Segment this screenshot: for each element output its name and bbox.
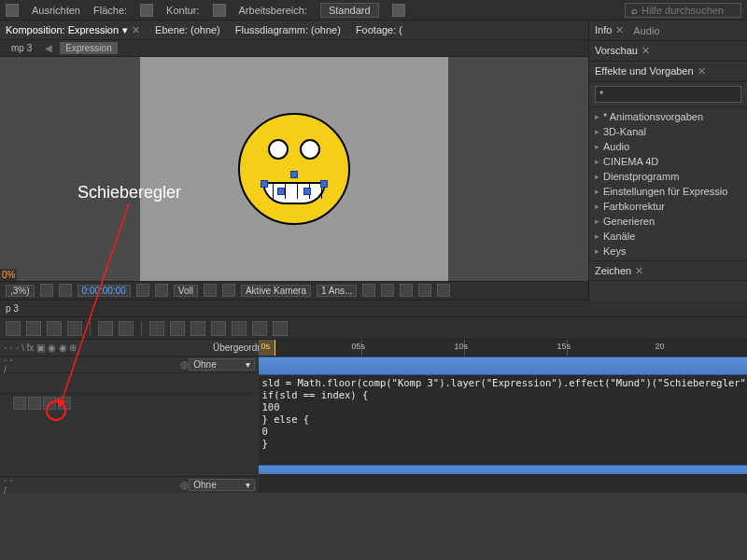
timecode-field[interactable]: 0:00:00:00 (78, 285, 131, 297)
tool-icon[interactable] (252, 321, 267, 336)
draw-header: Zeichen✕ (589, 260, 747, 281)
preset-item[interactable]: ▸Audio (589, 139, 747, 154)
grid-icon[interactable] (40, 284, 53, 297)
help-search[interactable]: ⌕ (625, 3, 741, 18)
close-icon[interactable]: ✕ (641, 45, 650, 56)
tool-icon[interactable] (190, 321, 205, 336)
stroke-swatch[interactable] (213, 4, 226, 17)
help-search-input[interactable] (641, 5, 735, 16)
snapshot-icon[interactable] (136, 284, 149, 297)
tool-icon[interactable] (26, 321, 41, 336)
tool-icon[interactable] (273, 321, 288, 336)
fill-label: Fläche: (93, 5, 127, 16)
tab-zeichen[interactable]: Zeichen✕ (595, 265, 643, 277)
workspace-select[interactable]: Standard (320, 3, 379, 18)
composition-viewport[interactable]: 0% (0, 57, 588, 281)
transparency-icon[interactable] (222, 284, 235, 297)
breadcrumb-expression[interactable]: Expression (60, 42, 117, 54)
tab-ebene[interactable]: Ebene: (ohne) (155, 24, 220, 35)
channels-icon[interactable] (155, 284, 168, 297)
tab-info[interactable]: Info✕ (595, 24, 624, 36)
tab-effects[interactable]: Effekte und Vorgaben✕ (595, 65, 706, 77)
preset-item[interactable]: ▸CINEMA 4D (589, 154, 747, 169)
close-icon[interactable]: ✕ (132, 24, 140, 36)
effects-search-input[interactable] (595, 86, 741, 103)
time-ruler[interactable]: 0s 05s 10s 15s 20 (259, 340, 747, 357)
mouth-layer[interactable] (262, 182, 326, 204)
timeline-tracks[interactable]: 0s 05s 10s 15s 20 sld = Math.floor(comp(… (259, 340, 747, 493)
composition-breadcrumb: mp 3 ◀ Expression (0, 40, 588, 56)
workspace-icon[interactable] (392, 4, 405, 17)
timeline-columns-header: ◦ ◦ ◦ \ fx ▣ ◉ ◉ ⊕ Übergeordnet (0, 340, 259, 357)
tool-icon[interactable] (211, 321, 226, 336)
handle-icon[interactable] (320, 180, 328, 188)
parent-select[interactable]: Ohne▾ (189, 479, 254, 491)
tab-composition[interactable]: Komposition: Expression▾✕ (6, 24, 140, 36)
close-icon[interactable]: ✕ (615, 24, 624, 35)
breadcrumb-komp3[interactable]: mp 3 (6, 42, 37, 54)
handle-icon[interactable] (290, 171, 298, 178)
info-audio-header: Info✕ Audio (589, 21, 747, 41)
fill-swatch[interactable] (140, 4, 153, 17)
canvas[interactable] (140, 57, 448, 281)
composition-tabs: Komposition: Expression▾✕ Ebene: (ohne) … (0, 21, 588, 40)
effects-header: Effekte und Vorgaben✕ (589, 62, 747, 82)
expression-toggle-icon[interactable] (13, 397, 26, 410)
close-icon[interactable]: ✕ (635, 265, 643, 276)
playhead[interactable]: 0s (259, 340, 275, 356)
handle-icon[interactable] (277, 188, 285, 195)
preset-item[interactable]: ▸Generieren (589, 214, 747, 229)
tool-icon[interactable] (170, 321, 185, 336)
handle-icon[interactable] (261, 180, 268, 188)
pickwhip-icon[interactable]: ◎ (180, 480, 189, 490)
layer-row[interactable]: ◦ ◦ / ◎ Ohne▾ (0, 476, 259, 493)
timeline-icon[interactable] (400, 284, 413, 297)
close-icon[interactable]: ✕ (698, 65, 706, 77)
tool-icon[interactable] (67, 321, 82, 336)
layer-track-bar[interactable] (259, 465, 747, 474)
flowchart-icon[interactable] (418, 284, 431, 297)
tab-preview[interactable]: Vorschau✕ (595, 45, 650, 57)
guides-icon[interactable] (59, 284, 72, 297)
layer-track-bar[interactable] (259, 357, 747, 375)
timeline-tabs: p 3 (0, 301, 747, 317)
tool-icon[interactable] (149, 321, 164, 336)
layer-row[interactable]: ◦ ◦ / ◎ Ohne▾ (0, 357, 259, 373)
refresh-icon[interactable] (437, 284, 450, 297)
preset-item[interactable]: ▸3D-Kanal (589, 124, 747, 139)
dropdown-icon[interactable]: ▾ (122, 24, 128, 36)
tool-icon[interactable] (119, 321, 134, 336)
pixel-aspect-icon[interactable] (362, 284, 375, 297)
tab-audio[interactable]: Audio (633, 25, 659, 36)
tab-flussdiagramm[interactable]: Flussdiagramm: (ohne) (235, 24, 341, 35)
graph-icon[interactable] (28, 397, 41, 410)
tool-icon[interactable] (98, 321, 113, 336)
effects-search-row (589, 82, 747, 107)
tool-icon[interactable] (232, 321, 247, 336)
preset-item[interactable]: ▸Einstellungen für Expressio (589, 184, 747, 199)
tool-icon[interactable] (6, 321, 21, 336)
resolution-select[interactable]: Voll (174, 285, 198, 297)
preset-item[interactable]: ▸Farbkorrektur (589, 199, 747, 214)
expression-editor[interactable]: sld = Math.floor(comp("Komp 3").layer("E… (259, 375, 747, 450)
preset-item[interactable]: ▸Kanäle (589, 229, 747, 244)
camera-select[interactable]: Aktive Kamera (241, 285, 311, 297)
tool-icon[interactable] (47, 321, 62, 336)
pickwhip-icon[interactable]: ◎ (180, 359, 189, 370)
viewport-zoom-pct: 0% (0, 269, 17, 281)
views-select[interactable]: 1 Ans... (317, 285, 357, 297)
roi-icon[interactable] (204, 284, 217, 297)
preset-item[interactable]: ▸* Animationsvorgaben (589, 109, 747, 124)
align-icon[interactable] (6, 4, 19, 17)
preset-item[interactable]: ▸Dienstprogramm (589, 169, 747, 184)
handle-icon[interactable] (303, 188, 311, 195)
timeline-tab[interactable]: p 3 (6, 303, 19, 314)
annotation-label: Schieberegler (78, 183, 181, 203)
stroke-label: Kontur: (166, 5, 199, 16)
preset-item[interactable]: ▸Keys (589, 244, 747, 259)
zoom-select[interactable]: ,3%) (6, 285, 35, 297)
fast-preview-icon[interactable] (381, 284, 394, 297)
tab-footage[interactable]: Footage: ( (356, 24, 402, 35)
parent-select[interactable]: Ohne▾ (189, 358, 254, 371)
smiley-layer[interactable] (238, 113, 350, 225)
